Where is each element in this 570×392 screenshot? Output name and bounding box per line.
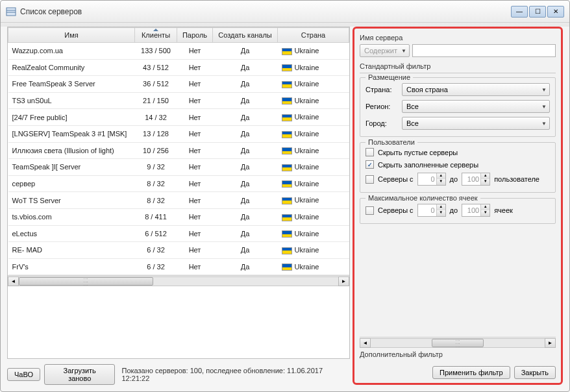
location-group: Размещение Страна:Своя страна▼ Регион:Вс… xyxy=(360,77,556,137)
flag-icon xyxy=(282,263,292,271)
faq-button[interactable]: ЧаВО xyxy=(7,368,40,381)
table-row[interactable]: Иллюзия света (Illusion of light)10 / 25… xyxy=(8,142,349,159)
content: Имя Клиенты Пароль Создать каналы Страна… xyxy=(7,27,563,385)
table-hscroll[interactable]: ◄ ► xyxy=(8,275,349,286)
svg-rect-0 xyxy=(6,8,16,16)
col-country[interactable]: Страна xyxy=(278,28,349,43)
chevron-down-icon: ▼ xyxy=(541,104,547,110)
contains-dropdown[interactable]: Содержит▼ xyxy=(360,44,410,57)
table-row[interactable]: ts.vbios.com8 / 411НетДаUkraine xyxy=(8,208,349,225)
app-icon xyxy=(6,6,16,17)
server-table: Имя Клиенты Пароль Создать каналы Страна… xyxy=(8,27,349,275)
chevron-down-icon: ▼ xyxy=(541,121,547,127)
flag-icon xyxy=(282,180,292,188)
flag-icon xyxy=(282,48,292,55)
flag-icon xyxy=(282,247,292,254)
status-text: Показано серверов: 100, последнее обновл… xyxy=(121,367,350,382)
scroll-left-icon[interactable]: ◄ xyxy=(360,338,371,348)
additional-filter-label: Дополнительный фильтр xyxy=(360,350,556,358)
flag-icon xyxy=(282,114,292,121)
filter-panel: Имя сервера Содержит▼ Стандартный фильтр… xyxy=(353,27,563,385)
flag-icon xyxy=(282,64,292,71)
bottom-bar: ЧаВО Загрузить заново Показано серверов:… xyxy=(7,364,350,385)
country-dropdown[interactable]: Своя страна▼ xyxy=(402,83,550,96)
hide-empty-checkbox[interactable] xyxy=(366,148,374,156)
standard-filter-label: Стандартный фильтр xyxy=(360,62,556,70)
table-row[interactable]: Wazzup.com.ua133 / 500НетДаUkraine xyxy=(8,43,349,60)
col-name[interactable]: Имя xyxy=(8,28,135,43)
users-range-checkbox[interactable] xyxy=(366,175,374,184)
scroll-thumb[interactable] xyxy=(19,277,153,286)
maximize-button[interactable]: ☐ xyxy=(529,6,546,18)
window-title: Список серверов xyxy=(20,7,82,16)
chevron-down-icon: ▼ xyxy=(401,48,406,54)
server-name-label: Имя сервера xyxy=(360,34,556,42)
col-password[interactable]: Пароль xyxy=(177,28,213,43)
slots-min-spin[interactable]: ▲▼ xyxy=(417,204,446,217)
flag-icon xyxy=(282,230,292,238)
flag-icon xyxy=(282,164,292,171)
panel-hscroll[interactable]: ◄ ► xyxy=(360,337,556,348)
city-dropdown[interactable]: Все▼ xyxy=(402,117,550,130)
table-row[interactable]: [24/7 Free public]14 / 32НетДаUkraine xyxy=(8,109,349,126)
users-min-spin[interactable]: ▲▼ xyxy=(417,173,446,186)
scroll-right-icon[interactable]: ► xyxy=(545,338,556,348)
table-row[interactable]: TeamSpeak ]I[ Server9 / 32НетДаUkraine xyxy=(8,159,349,176)
flag-icon xyxy=(282,147,292,154)
table-row[interactable]: FrV's6 / 32НетДаUkraine xyxy=(8,258,349,275)
slots-max-spin[interactable]: ▲▼ xyxy=(462,204,490,217)
table-row[interactable]: Free TeamSpeak 3 Server36 / 512НетДаUkra… xyxy=(8,76,349,93)
table-row[interactable]: TS3 unS0uL21 / 150НетДаUkraine xyxy=(8,92,349,109)
region-dropdown[interactable]: Все▼ xyxy=(402,100,550,113)
users-group: Пользователи Скрыть пустые серверы Скрыт… xyxy=(360,142,556,193)
close-button[interactable]: ✕ xyxy=(547,6,564,18)
scroll-right-icon[interactable]: ► xyxy=(338,276,349,286)
chevron-down-icon: ▼ xyxy=(541,87,547,93)
table-row[interactable]: сервер8 / 32НетДаUkraine xyxy=(8,175,349,192)
col-clients[interactable]: Клиенты xyxy=(135,28,177,43)
col-channels[interactable]: Создать каналы xyxy=(213,28,278,43)
slots-group: Максимальное количество ячеек Серверы с … xyxy=(360,198,556,224)
window-controls: — ☐ ✕ xyxy=(511,6,564,18)
flag-icon xyxy=(282,97,292,104)
titlebar: Список серверов — ☐ ✕ xyxy=(1,1,569,23)
flag-icon xyxy=(282,214,292,221)
apply-filter-button[interactable]: Применить фильтр xyxy=(432,366,510,379)
server-table-wrap: Имя Клиенты Пароль Создать каналы Страна… xyxy=(7,27,350,359)
flag-icon xyxy=(282,81,292,88)
table-row[interactable]: RE- MAD6 / 32НетДаUkraine xyxy=(8,242,349,259)
users-max-spin[interactable]: ▲▼ xyxy=(462,173,490,186)
reload-button[interactable]: Загрузить заново xyxy=(44,364,116,385)
minimize-button[interactable]: — xyxy=(511,6,528,18)
table-row[interactable]: RealZealot Community43 / 512НетДаUkraine xyxy=(8,59,349,76)
close-panel-button[interactable]: Закрыть xyxy=(514,366,556,379)
scroll-left-icon[interactable]: ◄ xyxy=(8,276,19,286)
table-area: Имя Клиенты Пароль Создать каналы Страна… xyxy=(7,27,350,385)
table-row[interactable]: WoT TS Server8 / 32НетДаUkraine xyxy=(8,192,349,209)
flag-icon xyxy=(282,197,292,204)
flag-icon xyxy=(282,131,292,138)
table-row[interactable]: [LNGSERV] TeamSpeak 3 #1 [MSK]13 / 128Не… xyxy=(8,125,349,142)
hide-full-checkbox[interactable] xyxy=(366,160,374,169)
server-name-input[interactable] xyxy=(412,44,556,57)
table-row[interactable]: eLectus6 / 512НетДаUkraine xyxy=(8,225,349,242)
slots-range-checkbox[interactable] xyxy=(366,206,374,215)
server-list-window: Список серверов — ☐ ✕ Имя Клиенты Пароль… xyxy=(0,0,570,392)
scroll-track[interactable] xyxy=(19,276,338,286)
